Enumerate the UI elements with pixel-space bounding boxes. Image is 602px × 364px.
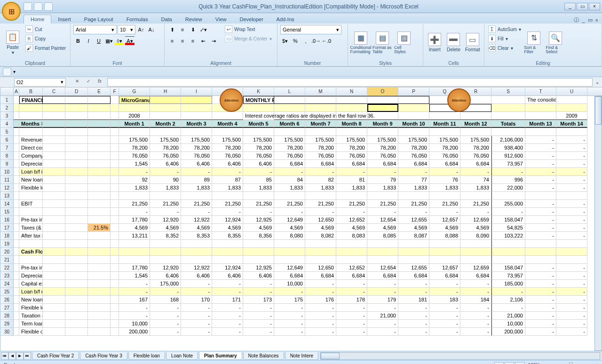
cell-J17[interactable]: 4,569: [212, 224, 243, 232]
cell-C8[interactable]: [43, 152, 65, 160]
cell-H20[interactable]: [150, 248, 181, 256]
cell-H26[interactable]: 168: [150, 296, 181, 304]
cell-F2[interactable]: [111, 104, 119, 112]
cell-O18[interactable]: 8,085: [367, 232, 398, 240]
cell-D30[interactable]: [65, 328, 88, 336]
qat2-save-icon[interactable]: [3, 68, 11, 76]
doc-restore-button[interactable]: ▭: [588, 17, 593, 23]
close-button[interactable]: ×: [589, 3, 600, 10]
cell-H2[interactable]: [150, 104, 181, 112]
cell-C20[interactable]: [43, 248, 65, 256]
grow-font-button[interactable]: A↑: [136, 25, 146, 34]
cell-A24[interactable]: [14, 280, 19, 288]
cell-U26[interactable]: -: [556, 296, 587, 304]
cell-A1[interactable]: [14, 96, 19, 104]
cell-L19[interactable]: [274, 240, 305, 248]
row-header-1[interactable]: 1: [0, 96, 14, 104]
cell-A25[interactable]: [14, 288, 19, 296]
cell-T26[interactable]: -: [525, 296, 556, 304]
cell-D7[interactable]: [65, 144, 88, 152]
cell-B8[interactable]: Company expenses: [19, 152, 43, 160]
cell-R11[interactable]: 74: [460, 176, 491, 184]
cell-D14[interactable]: [65, 200, 88, 208]
cell-U1[interactable]: [556, 96, 587, 104]
cell-C26[interactable]: [43, 296, 65, 304]
cell-M30[interactable]: -: [305, 328, 336, 336]
row-header-24[interactable]: 24: [0, 280, 14, 288]
cell-I7[interactable]: 78,200: [181, 144, 212, 152]
cell-F1[interactable]: [111, 96, 119, 104]
cell-S2[interactable]: [491, 104, 525, 112]
cell-D3[interactable]: [65, 112, 88, 120]
cell-M4[interactable]: Month 7: [305, 120, 336, 128]
cell-B1[interactable]: FINANCIAL FORECASTS For:: [19, 96, 43, 104]
cell-B4[interactable]: Months >: [19, 120, 43, 128]
cell-D18[interactable]: [65, 232, 88, 240]
cell-G18[interactable]: 13,211: [119, 232, 150, 240]
cell-E30[interactable]: [88, 328, 111, 336]
cell-T10[interactable]: -: [525, 168, 556, 176]
format-as-table-button[interactable]: ▤Format as Table: [372, 25, 392, 60]
cell-F9[interactable]: [111, 160, 119, 168]
cell-K3[interactable]: Interest coverage ratios are displayed i…: [243, 112, 274, 120]
cell-N25[interactable]: -: [336, 288, 367, 296]
cell-L18[interactable]: 8,080: [274, 232, 305, 240]
cell-S30[interactable]: 200,000: [491, 328, 525, 336]
cell-E15[interactable]: [88, 208, 111, 216]
cell-I27[interactable]: -: [181, 304, 212, 312]
cell-C4[interactable]: [43, 120, 65, 128]
cut-button[interactable]: ✂Cut: [24, 25, 67, 33]
cell-L9[interactable]: 6,684: [274, 160, 305, 168]
cell-B12[interactable]: Flexible loan interest: [19, 184, 43, 192]
cell-P23[interactable]: 6,684: [398, 272, 429, 280]
cell-I6[interactable]: 175,500: [181, 136, 212, 144]
cell-F30[interactable]: [111, 328, 119, 336]
cell-Q19[interactable]: [429, 240, 460, 248]
cell-P4[interactable]: Month 10: [398, 120, 429, 128]
vertical-scrollbar[interactable]: [594, 96, 602, 351]
cell-I28[interactable]: -: [181, 312, 212, 320]
cell-P21[interactable]: [398, 256, 429, 264]
cell-S24[interactable]: 185,000: [491, 280, 525, 288]
cell-K20[interactable]: [243, 248, 274, 256]
cell-T1[interactable]: The consolidated company forecasts and c…: [525, 96, 556, 104]
cell-O8[interactable]: 76,050: [367, 152, 398, 160]
cell-A13[interactable]: [14, 192, 19, 200]
page-break-view-button[interactable]: [515, 362, 524, 364]
cell-R16[interactable]: 12,659: [460, 216, 491, 224]
col-header-G[interactable]: G: [119, 87, 150, 95]
cell-D28[interactable]: [65, 312, 88, 320]
cell-I11[interactable]: 89: [181, 176, 212, 184]
cell-H25[interactable]: -: [150, 288, 181, 296]
cell-M20[interactable]: [305, 248, 336, 256]
cell-T12[interactable]: -: [525, 184, 556, 192]
cell-J20[interactable]: [212, 248, 243, 256]
cell-L27[interactable]: -: [274, 304, 305, 312]
cell-F15[interactable]: [111, 208, 119, 216]
cell-A17[interactable]: [14, 224, 19, 232]
cell-U8[interactable]: -: [556, 152, 587, 160]
cell-J11[interactable]: 87: [212, 176, 243, 184]
cell-L28[interactable]: -: [274, 312, 305, 320]
cell-styles-button[interactable]: ▨Cell Styles: [394, 25, 414, 60]
cell-E3[interactable]: [88, 112, 111, 120]
cell-T25[interactable]: -: [525, 288, 556, 296]
cell-D26[interactable]: [65, 296, 88, 304]
cell-M13[interactable]: [305, 192, 336, 200]
cell-F13[interactable]: [111, 192, 119, 200]
cell-N8[interactable]: 76,050: [336, 152, 367, 160]
cell-D27[interactable]: [65, 304, 88, 312]
cell-N20[interactable]: [336, 248, 367, 256]
cell-I14[interactable]: 21,250: [181, 200, 212, 208]
col-header-H[interactable]: H: [150, 87, 181, 95]
cell-M12[interactable]: 1,833: [305, 184, 336, 192]
cell-P7[interactable]: 78,200: [398, 144, 429, 152]
cell-N21[interactable]: [336, 256, 367, 264]
cell-L7[interactable]: 78,200: [274, 144, 305, 152]
cell-I10[interactable]: -: [181, 168, 212, 176]
currency-button[interactable]: $▾: [280, 36, 290, 46]
cell-J13[interactable]: [212, 192, 243, 200]
cell-G12[interactable]: 1,833: [119, 184, 150, 192]
cell-I4[interactable]: Month 3: [181, 120, 212, 128]
cell-C23[interactable]: [43, 272, 65, 280]
